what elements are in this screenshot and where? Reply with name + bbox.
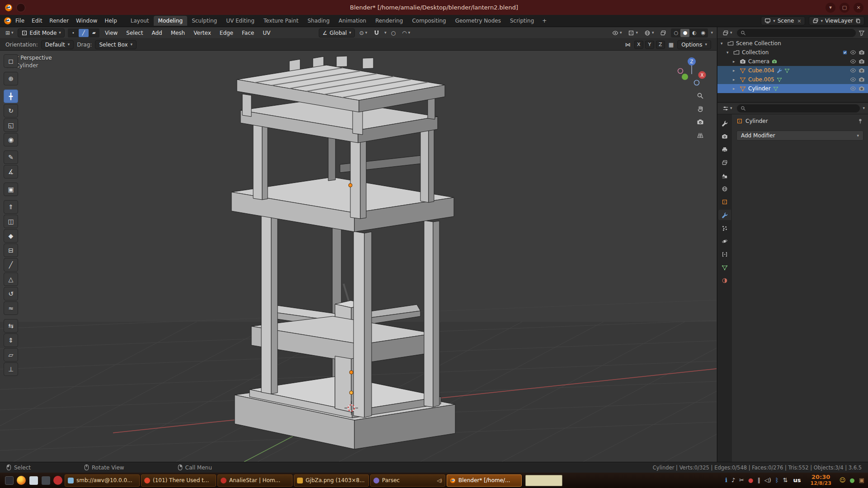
gizmo-y-axis[interactable]: [682, 74, 688, 80]
show-gizmo-selector[interactable]: ▾: [626, 29, 640, 37]
tool-inset-faces[interactable]: ◫: [4, 215, 18, 228]
launcher-firefox[interactable]: [16, 475, 27, 486]
tray-pause-icon[interactable]: ∥: [757, 477, 760, 483]
taskbar-window-youtube[interactable]: (101) There Used t...: [141, 474, 216, 487]
disable-render-icon[interactable]: [859, 67, 865, 74]
taskbar-window-files[interactable]: smb://awv@10.0.0...: [65, 474, 140, 487]
hide-eye-icon[interactable]: [850, 67, 856, 74]
tray-clipboard-icon[interactable]: ▣: [859, 477, 864, 483]
tab-particles[interactable]: [718, 223, 731, 233]
tab-modeling[interactable]: Modeling: [154, 16, 188, 26]
notes-plugin-window[interactable]: [525, 475, 562, 486]
tool-shear[interactable]: ▱: [4, 348, 18, 361]
menu-render[interactable]: Render: [46, 16, 72, 25]
zoom-icon[interactable]: [697, 92, 704, 99]
hide-eye-icon[interactable]: [850, 76, 856, 83]
keyboard-layout-indicator[interactable]: us: [793, 477, 801, 483]
snap-toggle-button[interactable]: [372, 29, 382, 37]
menu-vertex[interactable]: Vertex: [190, 28, 214, 38]
tool-loop-cut[interactable]: ⊟: [4, 244, 18, 257]
menu-add[interactable]: Add: [148, 28, 165, 38]
tab-rendering[interactable]: Rendering: [371, 16, 407, 26]
disclosure-icon[interactable]: ▸: [733, 86, 737, 91]
tool-smooth[interactable]: ≈: [4, 301, 18, 315]
outliner-row-camera[interactable]: ▸ Camera: [717, 57, 868, 66]
tab-object[interactable]: [718, 197, 731, 207]
scene-selector[interactable]: ▾ Scene ×: [761, 16, 805, 25]
mode-selector[interactable]: Edit Mode ▾: [18, 28, 65, 38]
shade-window-button[interactable]: ▾: [826, 3, 835, 13]
menu-edit[interactable]: Edit: [28, 16, 46, 25]
add-workspace-button[interactable]: +: [538, 17, 550, 25]
tab-world[interactable]: [718, 183, 731, 194]
menu-uv[interactable]: UV: [259, 28, 274, 38]
outliner-row-collection[interactable]: ▾ Collection: [717, 48, 868, 57]
add-modifier-button[interactable]: Add Modifier ▾: [736, 131, 863, 141]
menu-view[interactable]: View: [102, 28, 121, 38]
window-menu-icon[interactable]: [16, 3, 25, 12]
maximize-button[interactable]: ▢: [840, 3, 849, 13]
tab-physics[interactable]: [718, 236, 731, 246]
tool-measure[interactable]: ∡: [4, 165, 18, 178]
disclosure-icon[interactable]: ▸: [733, 77, 737, 82]
tab-material[interactable]: [718, 275, 731, 286]
shading-options-chevron-icon[interactable]: ▾: [711, 31, 713, 35]
tray-updates-icon[interactable]: ●: [849, 477, 854, 483]
launcher-terminal[interactable]: [4, 475, 14, 486]
outliner-row-cube004[interactable]: ▸ Cube.004: [717, 66, 868, 75]
tab-layout[interactable]: Layout: [126, 16, 154, 26]
toggle-perspective-icon[interactable]: [697, 131, 704, 139]
disable-render-icon[interactable]: [859, 49, 865, 56]
tab-tool[interactable]: [718, 118, 731, 128]
tool-annotate[interactable]: ✎: [4, 150, 18, 164]
outliner-editor-type-button[interactable]: ▾: [721, 29, 734, 37]
gizmo-negative-z[interactable]: [694, 80, 699, 85]
gizmo-z-axis[interactable]: Z: [690, 59, 693, 64]
disable-render-icon[interactable]: [859, 85, 865, 92]
outliner-row-cylinder[interactable]: ▸ Cylinder: [717, 84, 868, 93]
close-button[interactable]: ×: [854, 3, 863, 13]
tool-add-cube[interactable]: ▣: [4, 183, 18, 196]
tool-cursor[interactable]: ⊕: [4, 72, 18, 85]
mirror-y-button[interactable]: Y: [645, 41, 654, 49]
menu-help[interactable]: Help: [101, 16, 120, 25]
disable-render-icon[interactable]: [859, 58, 865, 65]
checkbox-icon[interactable]: [842, 50, 848, 55]
gizmo-x-axis[interactable]: X: [701, 73, 704, 78]
tab-view-layer[interactable]: [718, 157, 731, 168]
snap-grid-icon[interactable]: ▦: [667, 41, 675, 49]
disclosure-icon[interactable]: ▸: [733, 59, 737, 64]
options-dropdown[interactable]: Options ▾: [677, 40, 711, 49]
tool-bevel[interactable]: ◆: [4, 229, 18, 243]
tab-scene[interactable]: [718, 170, 731, 181]
menu-window[interactable]: Window: [72, 16, 101, 25]
shading-rendered-button[interactable]: ◉: [698, 29, 708, 37]
3d-scene-canvas[interactable]: [0, 51, 717, 462]
tool-select-box[interactable]: ◻: [4, 54, 18, 68]
disclosure-icon[interactable]: ▾: [726, 50, 731, 55]
outliner-row-scene-collection[interactable]: ▾ Scene Collection: [717, 39, 868, 48]
tray-bluetooth-icon[interactable]: ᛒ: [775, 477, 779, 483]
pin-icon[interactable]: [857, 118, 863, 124]
editor-type-button[interactable]: ⊞ ▾: [4, 29, 15, 37]
navigation-gizmo[interactable]: Z X: [677, 56, 707, 86]
menu-file[interactable]: File: [12, 16, 28, 25]
tool-scale[interactable]: ◱: [4, 118, 18, 132]
launcher-editor[interactable]: [40, 475, 51, 486]
taskbar-window-analiestar[interactable]: AnalieStar | Hom...: [217, 474, 292, 487]
vertex-select-button[interactable]: ∙: [68, 29, 78, 37]
tool-transform[interactable]: ◉: [4, 133, 18, 146]
launcher-files[interactable]: [28, 475, 39, 486]
tab-compositing[interactable]: Compositing: [407, 16, 450, 26]
tray-network-icon[interactable]: ⇅: [783, 477, 788, 483]
hide-eye-icon[interactable]: [850, 49, 856, 56]
drag-dropdown[interactable]: Select Box ▾: [95, 40, 137, 49]
orientation-dropdown[interactable]: Default ▾: [41, 40, 74, 49]
properties-editor-type-button[interactable]: ▾: [721, 104, 734, 113]
shading-material-button[interactable]: ◐: [689, 29, 698, 37]
outliner-search-input[interactable]: [737, 29, 856, 37]
tab-modifiers[interactable]: [718, 210, 731, 220]
copy-viewlayer-icon[interactable]: [855, 18, 861, 23]
tray-recording-icon[interactable]: ●: [748, 477, 753, 483]
tab-texture-paint[interactable]: Texture Paint: [259, 16, 303, 26]
